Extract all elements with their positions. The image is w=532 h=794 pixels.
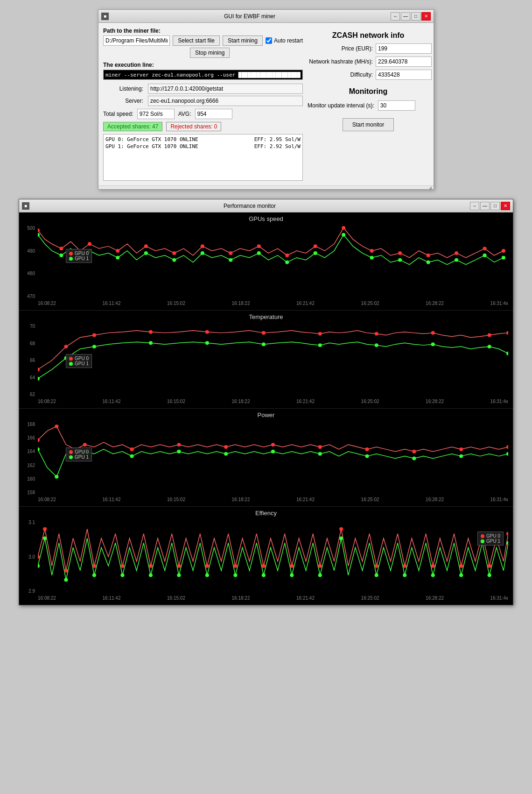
svg-point-81 bbox=[506, 452, 508, 456]
svg-point-92 bbox=[290, 564, 294, 568]
exec-input[interactable] bbox=[103, 70, 303, 80]
svg-point-15 bbox=[455, 251, 458, 255]
svg-point-14 bbox=[427, 254, 430, 257]
svg-point-80 bbox=[459, 454, 463, 458]
legend-gpu1: GPU 1 bbox=[69, 256, 89, 261]
svg-point-44 bbox=[431, 331, 435, 335]
svg-point-57 bbox=[506, 352, 508, 355]
gpu-item-0: GPU 0: GeForce GTX 1070 ONLINE EFF: 2.95… bbox=[105, 136, 301, 142]
window-controls: ↔ — □ ✕ bbox=[391, 12, 431, 21]
svg-point-3 bbox=[116, 249, 119, 253]
svg-point-17 bbox=[502, 249, 505, 253]
temp-legend-gpu1: GPU 1 bbox=[69, 361, 89, 366]
svg-point-31 bbox=[398, 258, 402, 262]
svg-point-63 bbox=[224, 445, 228, 449]
eff-y-axis: 3.1 3.0 2.9 bbox=[19, 520, 37, 594]
speed-value bbox=[137, 109, 175, 119]
accepted-shares: Accepted shares: 47 bbox=[103, 122, 162, 131]
svg-point-83 bbox=[43, 527, 47, 531]
speed-row: Total speed: AVG: bbox=[103, 109, 303, 119]
svg-point-116 bbox=[431, 574, 435, 577]
arrows-button[interactable]: ↔ bbox=[391, 12, 400, 21]
svg-point-37 bbox=[64, 345, 68, 348]
svg-point-6 bbox=[201, 244, 204, 248]
interval-input[interactable] bbox=[378, 100, 415, 111]
svg-point-13 bbox=[398, 251, 402, 255]
start-mining-button[interactable]: Start mining bbox=[223, 35, 263, 46]
window-title: GUI for EWBF miner bbox=[109, 13, 391, 20]
svg-point-8 bbox=[257, 244, 261, 248]
temp-x-axis: 16:08:22 16:11:42 16:15:02 16:18:22 16:2… bbox=[38, 398, 508, 408]
gpu-speed-x-axis: 16:08:22 16:11:42 16:15:02 16:18:22 16:2… bbox=[38, 300, 508, 310]
svg-point-11 bbox=[342, 226, 345, 230]
interval-label: Monitor update interval (s): bbox=[308, 102, 374, 109]
svg-point-60 bbox=[83, 443, 87, 447]
hashrate-input[interactable] bbox=[376, 57, 432, 67]
svg-point-38 bbox=[92, 333, 96, 337]
minimize-button[interactable]: — bbox=[401, 12, 410, 21]
perf-icon: ■ bbox=[22, 202, 29, 210]
avg-value bbox=[195, 109, 232, 119]
svg-point-25 bbox=[229, 258, 232, 262]
svg-point-18 bbox=[38, 233, 40, 237]
right-panel: ZCASH network info Price (EUR): Network … bbox=[308, 28, 429, 181]
svg-point-86 bbox=[120, 564, 124, 568]
svg-point-93 bbox=[318, 564, 322, 568]
exec-label: The execution line: bbox=[103, 62, 303, 68]
svg-point-39 bbox=[149, 330, 153, 334]
svg-point-41 bbox=[262, 331, 266, 335]
eff-svg bbox=[38, 520, 508, 594]
select-start-button[interactable]: Select start file bbox=[173, 35, 220, 46]
gpu-speed-area: GPU 0 GPU 1 bbox=[38, 226, 508, 299]
svg-point-78 bbox=[365, 454, 369, 458]
gpu1-dot bbox=[69, 257, 73, 261]
price-input[interactable] bbox=[376, 43, 432, 54]
power-area: GPU 0 GPU 1 bbox=[38, 422, 508, 495]
monitoring-section: Monitoring Monitor update interval (s): … bbox=[308, 87, 429, 131]
temp-area: GPU 0 GPU 1 bbox=[38, 324, 508, 397]
power-svg bbox=[38, 422, 508, 495]
svg-point-42 bbox=[318, 332, 322, 336]
perf-minimize-button[interactable]: — bbox=[480, 202, 490, 210]
auto-restart-checkbox[interactable] bbox=[266, 37, 272, 44]
svg-point-109 bbox=[233, 574, 237, 577]
perf-title-bar: ■ Performance monitor ↔ — □ ✕ bbox=[19, 199, 513, 213]
window-body: Path to the miner file: Select start fil… bbox=[98, 23, 434, 185]
maximize-button[interactable]: □ bbox=[411, 12, 420, 21]
perf-window: ■ Performance monitor ↔ — □ ✕ GPUs speed… bbox=[19, 199, 513, 605]
path-input[interactable] bbox=[103, 35, 170, 46]
svg-point-66 bbox=[365, 447, 369, 451]
svg-point-107 bbox=[177, 574, 181, 577]
svg-point-35 bbox=[502, 256, 505, 260]
svg-point-2 bbox=[88, 242, 91, 246]
perf-maximize-button[interactable]: □ bbox=[490, 202, 500, 210]
svg-point-22 bbox=[144, 251, 148, 255]
svg-point-89 bbox=[205, 564, 209, 568]
svg-point-85 bbox=[92, 564, 96, 568]
eff-legend-gpu1: GPU 1 bbox=[481, 539, 500, 544]
difficulty-input[interactable] bbox=[376, 70, 432, 80]
stop-mining-button[interactable]: Stop mining bbox=[190, 48, 230, 58]
svg-point-99 bbox=[488, 564, 491, 568]
svg-point-19 bbox=[59, 254, 63, 257]
listening-value bbox=[148, 84, 303, 94]
temperature-chart: Temperature 70 68 66 64 62 bbox=[19, 311, 513, 409]
power-y-axis: 168 166 164 162 160 158 bbox=[19, 422, 37, 495]
resize-handle[interactable]: ◢ bbox=[429, 185, 432, 190]
path-row: Path to the miner file: Select start fil… bbox=[103, 28, 303, 58]
svg-point-87 bbox=[149, 564, 153, 568]
start-monitor-button[interactable]: Start monitor bbox=[343, 118, 394, 131]
perf-close-button[interactable]: ✕ bbox=[501, 202, 510, 210]
svg-point-30 bbox=[370, 256, 374, 260]
eff-legend-gpu0: GPU 0 bbox=[481, 533, 500, 539]
perf-arrows-button[interactable]: ↔ bbox=[470, 202, 479, 210]
network-grid: Price (EUR): Network hashrate (MH/s): Di… bbox=[308, 43, 429, 80]
close-button[interactable]: ✕ bbox=[421, 12, 431, 21]
svg-point-5 bbox=[172, 251, 176, 255]
svg-point-113 bbox=[339, 537, 343, 540]
svg-point-64 bbox=[271, 443, 275, 447]
svg-point-34 bbox=[483, 254, 487, 257]
power-chart: Power 168 166 164 162 160 158 bbox=[19, 409, 513, 507]
svg-point-4 bbox=[144, 244, 148, 248]
eff-area: GPU 0 GPU 1 bbox=[38, 520, 508, 594]
